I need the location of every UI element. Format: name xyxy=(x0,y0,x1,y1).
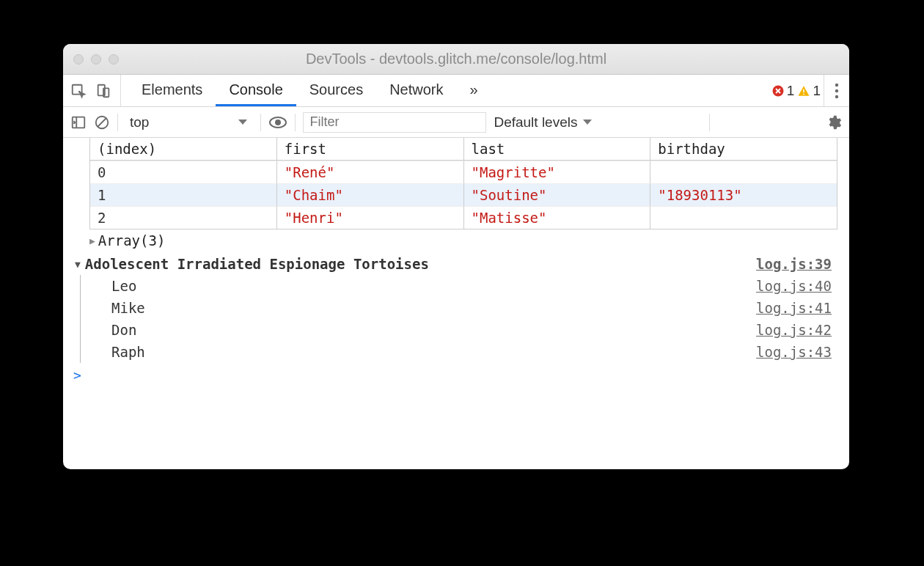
tab-overflow[interactable]: » xyxy=(457,75,491,106)
device-toggle-icon[interactable] xyxy=(95,83,111,99)
table-header-row: (index) first last birthday xyxy=(90,138,837,161)
disclosure-triangle-icon[interactable]: ▼ xyxy=(75,259,81,270)
svg-point-6 xyxy=(835,83,838,86)
tab-sources[interactable]: Sources xyxy=(296,75,376,106)
table-row[interactable]: 1 "Chaim" "Soutine" "18930113" xyxy=(90,183,837,206)
clear-console-icon[interactable] xyxy=(94,114,110,131)
col-index[interactable]: (index) xyxy=(90,138,276,161)
sidebar-toggle-icon[interactable] xyxy=(70,114,87,131)
zoom-dot[interactable] xyxy=(109,54,119,65)
error-badge[interactable]: 1 xyxy=(771,83,795,99)
col-last[interactable]: last xyxy=(463,138,650,161)
disclosure-triangle-icon[interactable]: ▶ xyxy=(89,235,95,246)
svg-rect-4 xyxy=(804,89,805,92)
live-expression-icon[interactable] xyxy=(268,114,287,131)
group-header[interactable]: ▼ Adolescent Irradiated Espionage Tortoi… xyxy=(75,253,837,275)
chevron-down-icon xyxy=(582,114,593,131)
warning-count: 1 xyxy=(813,83,821,99)
log-message: Don xyxy=(81,322,756,338)
source-link[interactable]: log.js:42 xyxy=(756,322,832,338)
log-message: Raph xyxy=(81,344,756,360)
more-icon[interactable] xyxy=(829,75,845,106)
svg-point-12 xyxy=(276,120,280,125)
status-badges[interactable]: 1 1 xyxy=(771,75,824,106)
console-prompt[interactable]: > xyxy=(63,363,849,387)
source-link[interactable]: log.js:43 xyxy=(756,344,832,360)
titlebar: DevTools - devtools.glitch.me/console/lo… xyxy=(63,44,849,75)
context-label: top xyxy=(130,114,149,131)
log-entry[interactable]: Raph log.js:43 xyxy=(81,341,837,363)
warning-badge[interactable]: 1 xyxy=(797,83,821,99)
log-entry[interactable]: Mike log.js:41 xyxy=(81,297,837,319)
console-toolbar: top Default levels xyxy=(63,107,849,138)
tab-elements[interactable]: Elements xyxy=(128,75,216,106)
main-tabbar: Elements Console Sources Network » 1 1 xyxy=(63,75,849,107)
table-row[interactable]: 2 "Henri" "Matisse" xyxy=(90,206,837,229)
error-count: 1 xyxy=(787,83,795,99)
log-levels-selector[interactable]: Default levels xyxy=(494,114,593,131)
devtools-window: DevTools - devtools.glitch.me/console/lo… xyxy=(63,44,849,469)
svg-point-8 xyxy=(835,95,838,98)
svg-point-7 xyxy=(835,89,838,92)
context-selector[interactable]: top xyxy=(125,114,253,131)
prompt-chevron: > xyxy=(73,367,81,383)
table-footer[interactable]: ▶ Array(3) xyxy=(89,232,849,249)
console-group: ▼ Adolescent Irradiated Espionage Tortoi… xyxy=(75,253,837,363)
tab-network[interactable]: Network xyxy=(376,75,456,106)
source-link[interactable]: log.js:41 xyxy=(756,300,832,316)
settings-icon[interactable] xyxy=(826,114,842,131)
console-table: (index) first last birthday 0 "René" "Ma… xyxy=(89,138,837,229)
source-link[interactable]: log.js:39 xyxy=(756,256,832,272)
svg-rect-5 xyxy=(804,93,805,95)
col-first[interactable]: first xyxy=(276,138,463,161)
source-link[interactable]: log.js:40 xyxy=(756,278,832,294)
inspect-icon[interactable] xyxy=(70,83,87,99)
log-message: Mike xyxy=(81,300,756,316)
log-entry[interactable]: Leo log.js:40 xyxy=(81,275,837,297)
filter-input[interactable] xyxy=(303,112,486,133)
window-title: DevTools - devtools.glitch.me/console/lo… xyxy=(63,51,849,67)
close-dot[interactable] xyxy=(73,54,84,65)
minimize-dot[interactable] xyxy=(91,54,101,65)
chevron-down-icon xyxy=(237,114,249,131)
array-summary: Array(3) xyxy=(98,232,166,249)
traffic-lights xyxy=(73,54,119,65)
log-entry[interactable]: Don log.js:42 xyxy=(81,319,837,341)
log-message: Leo xyxy=(81,278,756,294)
tab-console[interactable]: Console xyxy=(216,75,296,106)
group-title: Adolescent Irradiated Espionage Tortoise… xyxy=(81,256,756,272)
table-row[interactable]: 0 "René" "Magritte" xyxy=(90,161,837,183)
levels-label: Default levels xyxy=(494,114,577,131)
col-birthday[interactable]: birthday xyxy=(650,138,837,161)
